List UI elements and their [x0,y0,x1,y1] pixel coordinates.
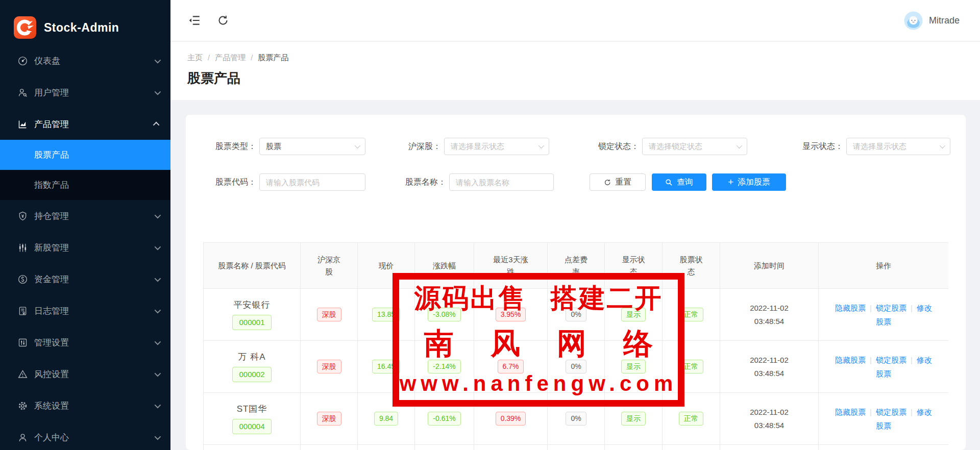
breadcrumb-products[interactable]: 产品管理 [215,53,246,63]
sidebar-item-label: 仪表盘 [34,55,155,67]
sidebar-item-profile[interactable]: 个人中心 [0,421,170,450]
warning-triangle-icon [17,368,28,380]
table-row: 平安银行 000001 深股 13.85 -3.08% 3.95% 0% 显示 … [204,289,949,341]
market-tag: 深股 [317,308,341,321]
page-title: 股票产品 [187,69,980,87]
stock-code-input[interactable] [259,173,365,191]
link-separator: | [911,356,913,364]
added-time: 2022-11-02 03:48:54 [739,406,800,432]
sidebar-item-ipo[interactable]: 新股管理 [0,232,170,263]
app-logo[interactable]: Stock-Admin [0,0,170,45]
app-title: Stock-Admin [44,21,119,35]
user-menu[interactable]: Mitrade [904,11,960,30]
sidebar: Stock-Admin 仪表盘 用户管理 [0,0,170,450]
hide-stock-link[interactable]: 隐藏股票 [835,356,866,364]
change-tag: -0.61% [428,412,460,426]
price-tag: 13.85 [372,308,400,321]
price-tag: 9.84 [374,412,398,426]
display-status-select[interactable]: 请选择显示状态 [846,138,950,155]
sidebar-item-dashboard[interactable]: 仪表盘 [0,45,170,77]
sidebar-item-label: 持仓管理 [34,210,155,222]
display-tag: 显示 [621,412,646,426]
cell-price: 9.84 [358,393,415,445]
link-separator: | [870,408,872,416]
breadcrumb-current: 股票产品 [258,53,288,63]
menu-fold-icon[interactable] [187,13,202,28]
chevron-down-icon [155,275,161,282]
add-stock-button[interactable]: + 添加股票 [712,173,786,191]
display-tag: 显示 [621,360,646,373]
cell-status: 正常 [663,341,720,393]
sidebar-item-label: 指数产品 [34,179,69,191]
stock-name-input[interactable] [449,173,554,191]
content-card: 股票类型： 股票 沪深股： 请选择显示状态 锁定状态： 请选择锁定状态 显示状态… [186,115,966,450]
search-button[interactable]: 查询 [652,173,706,191]
sidebar-item-system-settings[interactable]: 系统设置 [0,390,170,421]
sidebar-item-risk-settings[interactable]: 风控设置 [0,358,170,390]
chevron-down-icon [155,402,161,408]
sidebar-item-label: 新股管理 [34,242,155,254]
stock-code-tag: 000002 [232,367,271,383]
change-3d-tag: 3.95% [496,308,526,321]
stock-code-tag: 000004 [232,419,271,435]
cell-change: -2.14% [415,341,474,393]
sidebar-item-label: 资金管理 [34,273,155,285]
sidebar-item-label: 个人中心 [34,432,155,443]
link-separator: | [870,356,872,364]
change-3d-tag: 6.7% [498,360,524,373]
reload-icon[interactable] [215,13,231,28]
lock-stock-link[interactable]: 锁定股票 [876,408,906,416]
sidebar-item-positions[interactable]: 持仓管理 [0,200,170,232]
search-icon [665,179,673,186]
status-tag: 正常 [679,360,703,373]
shield-yuan-icon [17,210,28,221]
sidebar-item-stock-products[interactable]: 股票产品 [0,140,170,170]
spread-tag: 0% [566,308,586,321]
cell-ops: 隐藏股票|锁定股票|修改股票 [819,393,949,445]
stock-code-label: 股票代码： [199,177,256,188]
filter-row-1: 股票类型： 股票 沪深股： 请选择显示状态 锁定状态： 请选择锁定状态 显示状态… [199,138,952,155]
sidebar-item-admin-settings[interactable]: 管理设置 [0,327,170,358]
table-row [204,445,949,450]
sidebar-item-products[interactable]: 产品管理 [0,108,170,140]
cell-ops: 隐藏股票|锁定股票|修改股票 [819,341,949,393]
lock-stock-link[interactable]: 锁定股票 [876,356,906,364]
market-select[interactable]: 请选择显示状态 [444,138,549,155]
spread-tag: 0% [566,360,586,373]
sidebar-item-label: 风控设置 [34,368,155,380]
lock-status-select[interactable]: 请选择锁定状态 [642,138,747,155]
row-operations: 隐藏股票|锁定股票|修改股票 [834,301,934,329]
breadcrumb-home[interactable]: 主页 [187,53,203,63]
market-tag: 深股 [317,360,341,373]
username: Mitrade [929,15,960,26]
candlestick-icon [17,242,28,253]
log-file-icon [17,305,28,316]
stock-type-select[interactable]: 股票 [259,138,365,155]
person-icon [17,432,28,443]
reset-icon [604,179,611,186]
lock-status-label: 锁定状态： [580,141,639,152]
sidebar-item-index-products[interactable]: 指数产品 [0,170,170,200]
hide-stock-link[interactable]: 隐藏股票 [835,304,866,312]
col-change-3d: 最近3天涨跌 [474,243,548,289]
price-tag: 16.45 [372,360,400,373]
cell-added: 2022-11-02 03:48:54 [720,341,819,393]
dashboard-icon [17,55,28,66]
plus-icon: + [728,177,733,187]
change-tag: -2.14% [428,360,460,373]
change-tag: -3.08% [428,308,460,321]
cell-market: 深股 [301,393,358,445]
reset-button[interactable]: 重置 [590,173,646,191]
cell-change-3d: 3.95% [474,289,548,341]
hide-stock-link[interactable]: 隐藏股票 [835,408,866,416]
chevron-down-icon [155,433,161,440]
cell-change-3d: 6.7% [474,341,548,393]
sidebar-item-label: 产品管理 [34,118,155,130]
cell-display: 显示 [605,289,663,341]
chart-icon [17,118,28,130]
sidebar-item-users[interactable]: 用户管理 [0,77,170,108]
lock-stock-link[interactable]: 锁定股票 [876,304,906,312]
market-label: 沪深股： [397,141,441,152]
sidebar-item-logs[interactable]: 日志管理 [0,295,170,327]
sidebar-item-funds[interactable]: 资金管理 [0,263,170,295]
